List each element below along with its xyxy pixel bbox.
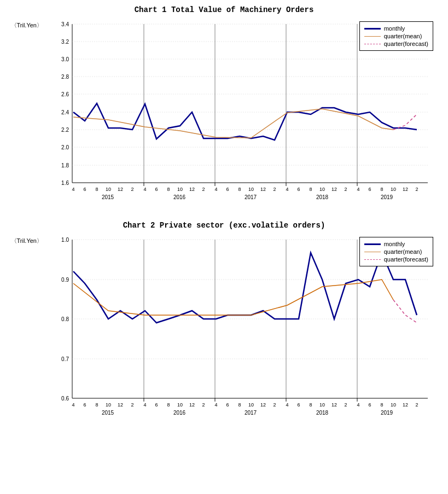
svg-text:8: 8 xyxy=(309,402,312,408)
chart2-title: Chart 2 Private sector (exc.volatile ord… xyxy=(11,221,438,230)
svg-text:8: 8 xyxy=(380,187,383,192)
svg-text:10: 10 xyxy=(319,187,325,192)
svg-text:2019: 2019 xyxy=(381,410,393,416)
svg-text:12: 12 xyxy=(189,402,195,408)
svg-text:3.2: 3.2 xyxy=(61,39,69,45)
legend2-quarter-mean: quarter(mean) xyxy=(364,248,428,255)
svg-text:12: 12 xyxy=(331,187,337,192)
chart1-monthly-line xyxy=(73,103,417,140)
svg-text:12: 12 xyxy=(260,187,266,192)
monthly-line-icon xyxy=(364,28,381,30)
svg-text:1.6: 1.6 xyxy=(61,180,69,186)
svg-text:0.8: 0.8 xyxy=(61,316,69,322)
svg-text:2016: 2016 xyxy=(173,410,186,416)
svg-text:2: 2 xyxy=(273,402,276,408)
svg-text:2017: 2017 xyxy=(245,410,257,416)
monthly2-label: monthly xyxy=(384,241,405,247)
svg-text:2: 2 xyxy=(344,187,347,192)
svg-text:0.9: 0.9 xyxy=(61,277,69,283)
svg-text:4: 4 xyxy=(357,402,359,408)
svg-text:2: 2 xyxy=(131,402,133,408)
svg-text:12: 12 xyxy=(331,402,337,408)
svg-text:4: 4 xyxy=(143,402,146,408)
svg-text:2: 2 xyxy=(415,402,418,408)
svg-text:2017: 2017 xyxy=(245,194,257,200)
svg-text:10: 10 xyxy=(106,187,111,192)
svg-text:4: 4 xyxy=(286,402,288,408)
svg-text:4: 4 xyxy=(286,187,288,192)
chart2-container: Chart 2 Private sector (exc.volatile ord… xyxy=(11,221,438,420)
svg-text:6: 6 xyxy=(297,187,300,192)
svg-text:0.7: 0.7 xyxy=(61,356,69,362)
svg-text:2.4: 2.4 xyxy=(61,109,69,115)
svg-text:2015: 2015 xyxy=(102,194,114,200)
svg-text:3.4: 3.4 xyxy=(61,21,69,27)
quarter-forecast-label: quarter(forecast) xyxy=(384,40,428,47)
quarter-forecast2-label: quarter(forecast) xyxy=(384,256,428,263)
chart2-legend: monthly quarter(mean) quarter(forecast) xyxy=(359,237,433,266)
svg-text:8: 8 xyxy=(309,187,312,192)
chart1-y-label: 〈Tril.Yen〉 xyxy=(11,21,43,30)
svg-text:1.0: 1.0 xyxy=(61,237,69,243)
svg-text:8: 8 xyxy=(95,187,98,192)
quarter-mean2-label: quarter(mean) xyxy=(384,248,422,255)
legend-quarter-mean: quarter(mean) xyxy=(364,33,428,39)
svg-text:1.8: 1.8 xyxy=(61,162,69,168)
svg-text:2: 2 xyxy=(202,402,205,408)
svg-text:2.6: 2.6 xyxy=(61,91,69,97)
chart1-container: Chart 1 Total Value of Machinery Orders … xyxy=(11,5,438,205)
svg-text:4: 4 xyxy=(357,187,359,192)
svg-text:8: 8 xyxy=(167,187,170,192)
svg-text:4: 4 xyxy=(72,187,74,192)
svg-text:4: 4 xyxy=(143,187,146,192)
svg-text:12: 12 xyxy=(189,187,195,192)
svg-text:12: 12 xyxy=(118,187,123,192)
quarter-mean-label: quarter(mean) xyxy=(384,33,422,39)
svg-text:2016: 2016 xyxy=(173,194,186,200)
legend2-monthly: monthly xyxy=(364,241,428,247)
quarter-mean2-line-icon xyxy=(364,252,381,252)
chart1-title: Chart 1 Total Value of Machinery Orders xyxy=(11,5,438,14)
chart2-quarter-mean-line xyxy=(73,280,393,315)
monthly2-line-icon xyxy=(364,243,381,245)
svg-text:2: 2 xyxy=(273,187,276,192)
monthly-label: monthly xyxy=(384,25,405,32)
svg-text:8: 8 xyxy=(167,402,170,408)
legend-quarter-forecast: quarter(forecast) xyxy=(364,40,428,47)
svg-text:2015: 2015 xyxy=(102,410,114,416)
svg-text:10: 10 xyxy=(391,402,396,408)
svg-text:6: 6 xyxy=(83,187,86,192)
quarter-mean-line-icon xyxy=(364,36,381,37)
svg-text:10: 10 xyxy=(248,402,254,408)
svg-text:2: 2 xyxy=(131,187,133,192)
svg-text:12: 12 xyxy=(403,402,408,408)
svg-text:2018: 2018 xyxy=(316,194,329,200)
svg-text:12: 12 xyxy=(260,402,266,408)
svg-text:10: 10 xyxy=(177,187,183,192)
svg-text:0.6: 0.6 xyxy=(61,396,69,402)
svg-text:6: 6 xyxy=(226,402,229,408)
svg-text:6: 6 xyxy=(155,402,158,408)
svg-text:4: 4 xyxy=(72,402,74,408)
svg-text:12: 12 xyxy=(403,187,408,192)
svg-text:2: 2 xyxy=(344,402,347,408)
svg-text:6: 6 xyxy=(83,402,86,408)
svg-text:2019: 2019 xyxy=(381,194,393,200)
chart1-quarter-mean-line xyxy=(73,109,393,138)
legend2-quarter-forecast: quarter(forecast) xyxy=(364,256,428,263)
svg-text:8: 8 xyxy=(95,402,98,408)
svg-text:12: 12 xyxy=(118,402,123,408)
svg-text:10: 10 xyxy=(248,187,254,192)
svg-text:6: 6 xyxy=(368,187,371,192)
svg-text:2: 2 xyxy=(415,187,418,192)
chart2-area: 〈Tril.Yen〉 monthly quarter(mean) quarter… xyxy=(11,234,438,420)
quarter-forecast-line-icon xyxy=(364,44,381,44)
svg-text:10: 10 xyxy=(319,402,325,408)
svg-text:6: 6 xyxy=(155,187,158,192)
chart1-legend: monthly quarter(mean) quarter(forecast) xyxy=(359,21,433,51)
svg-text:2018: 2018 xyxy=(316,410,329,416)
svg-text:3.0: 3.0 xyxy=(61,56,69,62)
svg-text:2: 2 xyxy=(202,187,205,192)
chart1-area: 〈Tril.Yen〉 monthly quarter(mean) quarter… xyxy=(11,19,438,205)
svg-text:4: 4 xyxy=(214,187,217,192)
